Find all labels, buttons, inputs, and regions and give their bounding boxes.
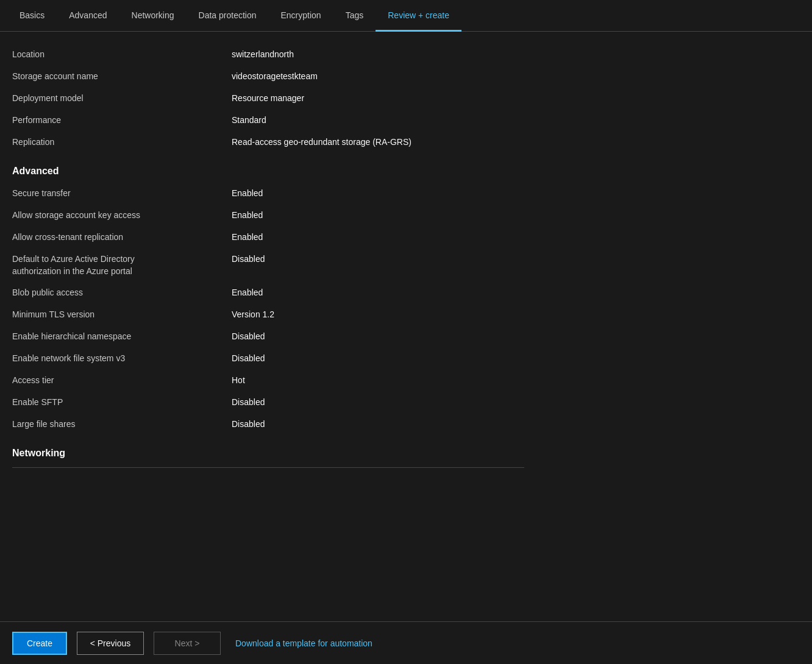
tab-advanced[interactable]: Advanced [57, 0, 119, 32]
field-row-large-files: Large file shares Disabled [12, 414, 524, 436]
label-cross-tenant: Allow cross-tenant replication [12, 231, 232, 244]
field-row-access-tier: Access tier Hot [12, 370, 524, 392]
label-storage-account-name: Storage account name [12, 71, 232, 83]
value-performance: Standard [232, 115, 266, 127]
create-button[interactable]: Create [12, 632, 67, 655]
label-large-files: Large file shares [12, 419, 232, 431]
field-row-allow-storage-key: Allow storage account key access Enabled [12, 205, 524, 227]
tab-review-create[interactable]: Review + create [376, 0, 461, 32]
field-row-tls: Minimum TLS version Version 1.2 [12, 304, 524, 326]
value-nfs: Disabled [232, 353, 265, 365]
field-row-storage-account-name: Storage account name videostoragetestkte… [12, 66, 524, 88]
label-replication: Replication [12, 136, 232, 149]
value-blob-public: Enabled [232, 287, 263, 299]
networking-divider [12, 467, 524, 468]
value-sftp: Disabled [232, 397, 265, 409]
value-storage-account-name: videostoragetestkteam [232, 71, 318, 83]
field-row-default-aad: Default to Azure Active Directoryauthori… [12, 249, 524, 282]
field-row-cross-tenant: Allow cross-tenant replication Enabled [12, 227, 524, 249]
tab-encryption[interactable]: Encryption [269, 0, 333, 32]
main-content: Location switzerlandnorth Storage accoun… [0, 32, 549, 548]
tab-data-protection[interactable]: Data protection [187, 0, 269, 32]
networking-heading: Networking [12, 436, 524, 465]
value-default-aad: Disabled [232, 253, 265, 266]
field-row-replication: Replication Read-access geo-redundant st… [12, 132, 524, 154]
tab-navigation: Basics Advanced Networking Data protecti… [0, 0, 812, 32]
field-row-secure-transfer: Secure transfer Enabled [12, 183, 524, 205]
value-access-tier: Hot [232, 375, 245, 387]
value-tls: Version 1.2 [232, 309, 274, 321]
next-button[interactable]: Next > [154, 632, 221, 655]
value-large-files: Disabled [232, 419, 265, 431]
value-allow-storage-key: Enabled [232, 210, 263, 222]
value-deployment-model: Resource manager [232, 93, 304, 105]
label-secure-transfer: Secure transfer [12, 188, 232, 200]
networking-section: Networking [12, 436, 524, 468]
field-row-location: Location switzerlandnorth [12, 44, 524, 66]
tab-tags[interactable]: Tags [333, 0, 376, 32]
tab-basics[interactable]: Basics [7, 0, 57, 32]
field-row-performance: Performance Standard [12, 110, 524, 132]
label-nfs: Enable network file system v3 [12, 353, 232, 365]
value-cross-tenant: Enabled [232, 231, 263, 244]
advanced-section: Advanced Secure transfer Enabled Allow s… [12, 154, 524, 436]
value-replication: Read-access geo-redundant storage (RA-GR… [232, 136, 411, 149]
field-row-hierarchical: Enable hierarchical namespace Disabled [12, 326, 524, 348]
label-default-aad: Default to Azure Active Directoryauthori… [12, 253, 232, 277]
label-location: Location [12, 49, 232, 61]
tab-networking[interactable]: Networking [119, 0, 187, 32]
label-tls: Minimum TLS version [12, 309, 232, 321]
previous-button[interactable]: < Previous [77, 632, 144, 655]
label-access-tier: Access tier [12, 375, 232, 387]
field-row-sftp: Enable SFTP Disabled [12, 392, 524, 414]
label-performance: Performance [12, 115, 232, 127]
value-location: switzerlandnorth [232, 49, 294, 61]
label-hierarchical: Enable hierarchical namespace [12, 331, 232, 343]
bottom-action-bar: Create < Previous Next > Download a temp… [0, 621, 812, 664]
label-sftp: Enable SFTP [12, 397, 232, 409]
download-template-link[interactable]: Download a template for automation [235, 638, 372, 648]
label-blob-public: Blob public access [12, 287, 232, 299]
field-row-nfs: Enable network file system v3 Disabled [12, 348, 524, 370]
label-allow-storage-key: Allow storage account key access [12, 210, 232, 222]
value-secure-transfer: Enabled [232, 188, 263, 200]
field-row-blob-public: Blob public access Enabled [12, 282, 524, 304]
advanced-heading: Advanced [12, 154, 524, 183]
field-row-deployment-model: Deployment model Resource manager [12, 88, 524, 110]
label-deployment-model: Deployment model [12, 93, 232, 105]
basics-section: Location switzerlandnorth Storage accoun… [12, 44, 524, 154]
value-hierarchical: Disabled [232, 331, 265, 343]
